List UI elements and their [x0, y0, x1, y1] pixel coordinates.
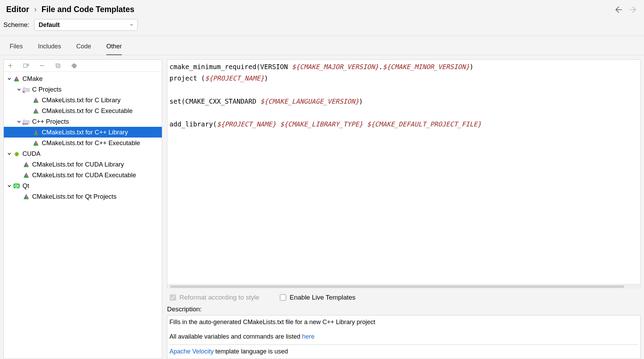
- description-line1: Fills in the auto-generated CMakeLists.t…: [169, 318, 638, 327]
- breadcrumb-header: Editor › File and Code Templates: [0, 0, 644, 17]
- tab-other[interactable]: Other: [106, 43, 122, 55]
- tree-item-label: CMakeLists.txt for CUDA Library: [32, 161, 124, 168]
- description-label: Description:: [167, 305, 641, 315]
- tree-item-label: CMakeLists.txt for C++ Executable: [42, 139, 140, 147]
- enable-live-templates-label: Enable Live Templates: [290, 294, 355, 301]
- tree-item[interactable]: CMakeLists.txt for C++ Library: [4, 127, 162, 138]
- expand-toggle[interactable]: [7, 152, 12, 155]
- scheme-select[interactable]: Default: [34, 19, 138, 31]
- qt-icon: Qt: [13, 182, 20, 190]
- scheme-value: Default: [39, 21, 60, 29]
- remove-button[interactable]: [38, 62, 46, 69]
- tree-item[interactable]: CMakeLists.txt for C++ Executable: [4, 138, 162, 148]
- editor-hscrollbar[interactable]: [167, 284, 640, 289]
- tree-item[interactable]: CMakeLists.txt for C Library: [4, 95, 162, 105]
- cmake-icon: [22, 171, 30, 179]
- expand-toggle[interactable]: [16, 120, 22, 123]
- svg-rect-0: [23, 64, 27, 67]
- expand-toggle[interactable]: [7, 77, 12, 81]
- expand-toggle[interactable]: [7, 184, 12, 188]
- add-group-button[interactable]: [22, 62, 30, 69]
- tree-item-label: CMakeLists.txt for C Library: [42, 96, 120, 104]
- revert-button[interactable]: [70, 62, 78, 69]
- folder-cpp-icon: C++: [22, 118, 30, 125]
- tree-item[interactable]: CMakeLists.txt for CUDA Executable: [4, 170, 162, 180]
- tab-bar: FilesIncludesCodeOther: [0, 36, 644, 55]
- cmake-icon: [22, 193, 30, 200]
- scheme-label: Scheme:: [3, 21, 29, 29]
- tree-item-label: CMake: [22, 75, 43, 83]
- tree-item-label: CMakeLists.txt for C++ Library: [42, 129, 128, 136]
- tab-includes[interactable]: Includes: [38, 43, 61, 55]
- template-tree[interactable]: CMakeCC ProjectsCMakeLists.txt for C Lib…: [4, 72, 162, 359]
- tree-item-label: Qt: [22, 182, 29, 190]
- tree-item-label: C++ Projects: [32, 118, 69, 125]
- expand-toggle[interactable]: [16, 88, 22, 91]
- description-box: Fills in the auto-generated CMakeLists.t…: [167, 315, 641, 359]
- copy-button[interactable]: [54, 62, 62, 69]
- breadcrumb-page: File and Code Templates: [41, 5, 134, 14]
- tab-files[interactable]: Files: [10, 43, 23, 55]
- breadcrumb-root[interactable]: Editor: [6, 5, 29, 14]
- tree-item-label: CUDA: [22, 150, 40, 158]
- nav-back-icon[interactable]: [614, 5, 623, 14]
- cuda-icon: ◉: [13, 150, 20, 158]
- chevron-down-icon: [129, 22, 134, 27]
- tree-item[interactable]: C++C++ Projects: [4, 116, 162, 127]
- description-line2: All available variables and commands are…: [169, 332, 638, 342]
- tree-item[interactable]: ◉CUDA: [4, 148, 162, 159]
- cmake-icon: [32, 107, 40, 115]
- tree-item[interactable]: CMakeLists.txt for CUDA Library: [4, 159, 162, 170]
- description-line3: Apache Velocity template language is use…: [169, 347, 638, 357]
- enable-live-templates-checkbox[interactable]: Enable Live Templates: [280, 294, 355, 301]
- tree-item[interactable]: CMake: [4, 73, 162, 84]
- cmake-icon: [32, 129, 40, 136]
- tab-code[interactable]: Code: [76, 43, 91, 55]
- template-editor[interactable]: cmake_minimum_required(VERSION ${CMAKE_M…: [167, 59, 641, 289]
- add-button[interactable]: [7, 62, 14, 69]
- tree-item-label: C Projects: [32, 86, 61, 93]
- cmake-icon: [22, 161, 30, 168]
- svg-rect-2: [57, 65, 60, 68]
- cmake-icon: [32, 96, 40, 104]
- cmake-icon: [32, 139, 40, 147]
- breadcrumb-sep: ›: [34, 5, 37, 14]
- tree-item-label: CMakeLists.txt for CUDA Executable: [32, 171, 136, 179]
- cmake-icon: [13, 75, 20, 83]
- template-toolbar: [4, 60, 162, 72]
- tree-item[interactable]: CMakeLists.txt for C Executable: [4, 105, 162, 116]
- reformat-label: Reformat according to style: [179, 294, 259, 301]
- folder-c-icon: C: [22, 86, 30, 93]
- tree-item[interactable]: CMakeLists.txt for Qt Projects: [4, 191, 162, 202]
- apache-velocity-link[interactable]: Apache Velocity: [169, 348, 214, 355]
- tree-item[interactable]: CC Projects: [4, 84, 162, 95]
- description-here-link[interactable]: here: [302, 333, 314, 340]
- tree-item-label: CMakeLists.txt for C Executable: [42, 107, 133, 115]
- nav-forward-icon: [629, 5, 638, 14]
- template-list-panel: CMakeCC ProjectsCMakeLists.txt for C Lib…: [3, 59, 162, 359]
- svg-rect-1: [56, 64, 59, 67]
- tree-item-label: CMakeLists.txt for Qt Projects: [32, 193, 117, 200]
- tree-item[interactable]: QtQt: [4, 180, 162, 191]
- reformat-checkbox: Reformat according to style: [170, 294, 259, 301]
